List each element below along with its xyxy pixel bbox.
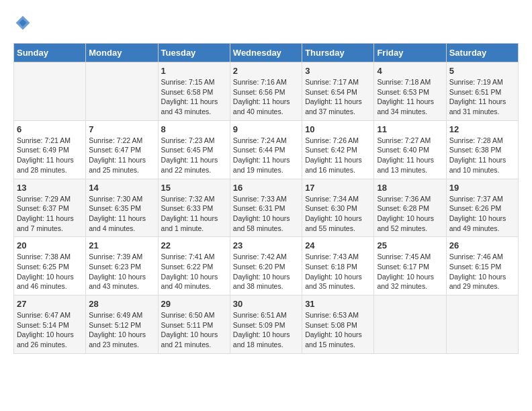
cell-info: Sunrise: 7:23 AM Sunset: 6:45 PM Dayligh… [161,136,227,175]
calendar-cell: 5Sunrise: 7:19 AM Sunset: 6:51 PM Daylig… [446,62,518,121]
cell-info: Sunrise: 6:51 AM Sunset: 5:09 PM Dayligh… [233,310,299,350]
day-number: 5 [449,66,515,76]
cell-info: Sunrise: 7:42 AM Sunset: 6:20 PM Dayligh… [233,252,299,291]
cell-info: Sunrise: 7:24 AM Sunset: 6:44 PM Dayligh… [233,136,299,175]
calendar-cell: 7Sunrise: 7:22 AM Sunset: 6:47 PM Daylig… [86,120,158,179]
day-number: 20 [17,240,83,250]
day-number: 10 [305,124,371,134]
cell-info: Sunrise: 7:39 AM Sunset: 6:23 PM Dayligh… [89,252,154,291]
day-number: 26 [449,240,515,250]
cell-info: Sunrise: 6:49 AM Sunset: 5:12 PM Dayligh… [89,310,154,350]
day-number: 30 [233,299,299,309]
calendar-cell: 11Sunrise: 7:27 AM Sunset: 6:40 PM Dayli… [374,120,446,179]
cell-info: Sunrise: 7:33 AM Sunset: 6:31 PM Dayligh… [233,194,299,234]
cell-info: Sunrise: 7:38 AM Sunset: 6:25 PM Dayligh… [17,252,83,291]
col-header-thursday: Thursday [302,44,374,62]
calendar-week-row: 27Sunrise: 6:47 AM Sunset: 5:14 PM Dayli… [14,295,519,354]
calendar-cell: 22Sunrise: 7:41 AM Sunset: 6:22 PM Dayli… [158,237,230,295]
calendar-cell: 21Sunrise: 7:39 AM Sunset: 6:23 PM Dayli… [86,237,158,295]
calendar-cell: 17Sunrise: 7:34 AM Sunset: 6:30 PM Dayli… [302,179,374,237]
calendar-week-row: 6Sunrise: 7:21 AM Sunset: 6:49 PM Daylig… [14,120,519,179]
cell-info: Sunrise: 7:37 AM Sunset: 6:26 PM Dayligh… [449,194,515,234]
cell-info: Sunrise: 7:21 AM Sunset: 6:49 PM Dayligh… [17,136,83,175]
cell-info: Sunrise: 7:15 AM Sunset: 6:58 PM Dayligh… [161,77,227,117]
day-number: 2 [233,66,299,76]
calendar-cell: 24Sunrise: 7:43 AM Sunset: 6:18 PM Dayli… [302,237,374,295]
cell-info: Sunrise: 7:45 AM Sunset: 6:17 PM Dayligh… [377,252,443,291]
cell-info: Sunrise: 7:41 AM Sunset: 6:22 PM Dayligh… [161,252,227,291]
calendar-cell: 10Sunrise: 7:26 AM Sunset: 6:42 PM Dayli… [302,120,374,179]
day-number: 8 [161,124,227,134]
day-number: 27 [17,299,83,309]
calendar-cell: 27Sunrise: 6:47 AM Sunset: 5:14 PM Dayli… [14,295,86,354]
calendar-cell [374,295,446,354]
cell-info: Sunrise: 7:32 AM Sunset: 6:33 PM Dayligh… [161,194,227,234]
day-number: 29 [161,299,227,309]
calendar-cell: 9Sunrise: 7:24 AM Sunset: 6:44 PM Daylig… [230,120,302,179]
calendar-cell: 28Sunrise: 6:49 AM Sunset: 5:12 PM Dayli… [86,295,158,354]
calendar-cell: 1Sunrise: 7:15 AM Sunset: 6:58 PM Daylig… [158,62,230,121]
cell-info: Sunrise: 6:50 AM Sunset: 5:11 PM Dayligh… [161,310,227,350]
calendar-week-row: 20Sunrise: 7:38 AM Sunset: 6:25 PM Dayli… [14,237,519,295]
day-number: 15 [161,183,227,193]
day-number: 21 [89,240,154,250]
calendar-cell: 14Sunrise: 7:30 AM Sunset: 6:35 PM Dayli… [86,179,158,237]
calendar-cell [86,62,158,121]
calendar-cell: 3Sunrise: 7:17 AM Sunset: 6:54 PM Daylig… [302,62,374,121]
calendar-cell: 16Sunrise: 7:33 AM Sunset: 6:31 PM Dayli… [230,179,302,237]
day-number: 28 [89,299,154,309]
day-number: 25 [377,240,443,250]
cell-info: Sunrise: 7:16 AM Sunset: 6:56 PM Dayligh… [233,77,299,117]
cell-info: Sunrise: 7:28 AM Sunset: 6:38 PM Dayligh… [449,136,515,175]
cell-info: Sunrise: 7:36 AM Sunset: 6:28 PM Dayligh… [377,194,443,234]
calendar-table: SundayMondayTuesdayWednesdayThursdayFrid… [13,43,519,354]
cell-info: Sunrise: 7:26 AM Sunset: 6:42 PM Dayligh… [305,136,371,175]
col-header-saturday: Saturday [446,44,518,62]
cell-info: Sunrise: 7:19 AM Sunset: 6:51 PM Dayligh… [449,77,515,117]
calendar-cell: 19Sunrise: 7:37 AM Sunset: 6:26 PM Dayli… [446,179,518,237]
calendar-week-row: 13Sunrise: 7:29 AM Sunset: 6:37 PM Dayli… [14,179,519,237]
calendar-cell: 4Sunrise: 7:18 AM Sunset: 6:53 PM Daylig… [374,62,446,121]
calendar-cell: 29Sunrise: 6:50 AM Sunset: 5:11 PM Dayli… [158,295,230,354]
calendar-cell: 13Sunrise: 7:29 AM Sunset: 6:37 PM Dayli… [14,179,86,237]
day-number: 4 [377,66,443,76]
calendar-header-row: SundayMondayTuesdayWednesdayThursdayFrid… [14,44,519,62]
calendar-cell: 6Sunrise: 7:21 AM Sunset: 6:49 PM Daylig… [14,120,86,179]
cell-info: Sunrise: 6:47 AM Sunset: 5:14 PM Dayligh… [17,310,83,350]
day-number: 19 [449,183,515,193]
calendar-cell: 20Sunrise: 7:38 AM Sunset: 6:25 PM Dayli… [14,237,86,295]
logo [13,13,35,32]
day-number: 31 [305,299,371,309]
page-header [13,13,519,32]
logo-icon [13,13,32,32]
day-number: 16 [233,183,299,193]
cell-info: Sunrise: 7:18 AM Sunset: 6:53 PM Dayligh… [377,77,443,117]
day-number: 9 [233,124,299,134]
day-number: 23 [233,240,299,250]
day-number: 11 [377,124,443,134]
calendar-cell: 31Sunrise: 6:53 AM Sunset: 5:08 PM Dayli… [302,295,374,354]
day-number: 3 [305,66,371,76]
day-number: 1 [161,66,227,76]
day-number: 13 [17,183,83,193]
day-number: 12 [449,124,515,134]
calendar-cell: 23Sunrise: 7:42 AM Sunset: 6:20 PM Dayli… [230,237,302,295]
day-number: 6 [17,124,83,134]
calendar-cell: 2Sunrise: 7:16 AM Sunset: 6:56 PM Daylig… [230,62,302,121]
col-header-monday: Monday [86,44,158,62]
calendar-cell: 26Sunrise: 7:46 AM Sunset: 6:15 PM Dayli… [446,237,518,295]
cell-info: Sunrise: 7:29 AM Sunset: 6:37 PM Dayligh… [17,194,83,234]
day-number: 22 [161,240,227,250]
calendar-cell: 12Sunrise: 7:28 AM Sunset: 6:38 PM Dayli… [446,120,518,179]
day-number: 17 [305,183,371,193]
cell-info: Sunrise: 7:30 AM Sunset: 6:35 PM Dayligh… [89,194,154,234]
col-header-friday: Friday [374,44,446,62]
calendar-cell: 8Sunrise: 7:23 AM Sunset: 6:45 PM Daylig… [158,120,230,179]
day-number: 14 [89,183,154,193]
cell-info: Sunrise: 7:17 AM Sunset: 6:54 PM Dayligh… [305,77,371,117]
calendar-cell: 15Sunrise: 7:32 AM Sunset: 6:33 PM Dayli… [158,179,230,237]
calendar-cell: 18Sunrise: 7:36 AM Sunset: 6:28 PM Dayli… [374,179,446,237]
day-number: 7 [89,124,154,134]
cell-info: Sunrise: 7:46 AM Sunset: 6:15 PM Dayligh… [449,252,515,291]
cell-info: Sunrise: 6:53 AM Sunset: 5:08 PM Dayligh… [305,310,371,350]
